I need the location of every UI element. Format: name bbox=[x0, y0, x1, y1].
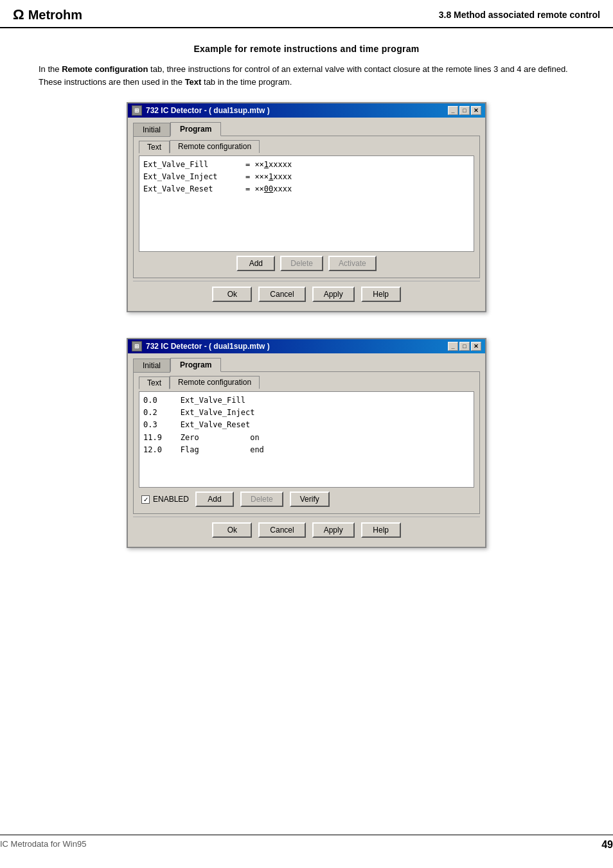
dialog-2-content-pane: 0.0 Ext_Valve_Fill 0.2 Ext_Valve_Inject … bbox=[139, 391, 474, 488]
help-button-2[interactable]: Help bbox=[361, 522, 401, 538]
omega-icon: Ω bbox=[13, 6, 24, 23]
activate-button-1[interactable]: Activate bbox=[328, 256, 377, 271]
maximize-button-2[interactable]: □ bbox=[459, 342, 470, 351]
titlebar-2-left: ⊞ 732 IC Detector - ( dual1sup.mtw ) bbox=[132, 341, 270, 351]
tab-initial-1[interactable]: Initial bbox=[133, 123, 170, 137]
dialog-1: ⊞ 732 IC Detector - ( dual1sup.mtw ) _ □… bbox=[127, 102, 486, 312]
titlebar-1-controls[interactable]: _ □ ✕ bbox=[448, 106, 481, 115]
data-line-1-2: Ext_Valve_Inject = ×××1xxxx bbox=[143, 171, 470, 183]
footer-left: IC Metrodata for Win95 bbox=[0, 839, 86, 851]
dialog-2-mid-buttons[interactable]: ✓ ENABLED Add Delete Verify bbox=[139, 488, 474, 509]
tab-initial-2[interactable]: Initial bbox=[133, 359, 170, 373]
data-line-2-1: 0.0 Ext_Valve_Fill bbox=[143, 394, 470, 407]
dialog-1-content-pane: Ext_Valve_Fill = ××1xxxxx Ext_Valve_Inje… bbox=[139, 155, 474, 252]
ok-button-1[interactable]: Ok bbox=[212, 287, 252, 302]
data-line-1-1: Ext_Valve_Fill = ××1xxxxx bbox=[143, 159, 470, 171]
close-button-2[interactable]: ✕ bbox=[471, 342, 481, 351]
data-line-2-5: 12.0 Flag end bbox=[143, 444, 470, 456]
logo-area: Ω Metrohm bbox=[13, 6, 82, 23]
subtab-remote-config-2[interactable]: Remote configuration bbox=[170, 376, 260, 389]
cancel-button-2[interactable]: Cancel bbox=[258, 522, 305, 538]
delete-button-1[interactable]: Delete bbox=[280, 256, 323, 271]
enabled-checkbox[interactable]: ✓ bbox=[141, 495, 150, 504]
dialog-1-mid-buttons[interactable]: Add Delete Activate bbox=[139, 252, 474, 274]
dialog-1-main-tabs[interactable]: Initial Program bbox=[133, 121, 480, 136]
dialog-2-body: Initial Program Text Remote configuratio… bbox=[128, 353, 485, 547]
data-line-1-3: Ext_Valve_Reset = ××00xxxx bbox=[143, 183, 470, 195]
minimize-button-2[interactable]: _ bbox=[448, 342, 458, 351]
dialog-1-action-buttons[interactable]: Ok Cancel Apply Help bbox=[133, 281, 480, 306]
dialog-2-action-buttons[interactable]: Ok Cancel Apply Help bbox=[133, 517, 480, 542]
logo-name: Metrohm bbox=[28, 8, 82, 22]
section-title: Example for remote instructions and time… bbox=[39, 44, 574, 54]
help-button-1[interactable]: Help bbox=[361, 287, 401, 302]
close-button-1[interactable]: ✕ bbox=[471, 106, 481, 115]
dialog-1-title: 732 IC Detector - ( dual1sup.mtw ) bbox=[146, 106, 270, 115]
dialog-1-titlebar: ⊞ 732 IC Detector - ( dual1sup.mtw ) _ □… bbox=[128, 103, 485, 118]
dialog-1-body: Initial Program Text Remote configuratio… bbox=[128, 118, 485, 311]
verify-button-2[interactable]: Verify bbox=[290, 492, 330, 507]
data-line-2-2: 0.2 Ext_Valve_Inject bbox=[143, 407, 470, 419]
minimize-button-1[interactable]: _ bbox=[448, 106, 458, 115]
apply-button-1[interactable]: Apply bbox=[312, 287, 355, 302]
data-line-2-3: 0.3 Ext_Valve_Reset bbox=[143, 419, 470, 431]
enabled-label: ENABLED bbox=[153, 495, 189, 504]
delete-button-2[interactable]: Delete bbox=[240, 492, 283, 507]
dialog-2-subtabs[interactable]: Text Remote configuration bbox=[139, 376, 474, 389]
dialog-2-titlebar: ⊞ 732 IC Detector - ( dual1sup.mtw ) _ □… bbox=[128, 339, 485, 353]
enabled-checkbox-row[interactable]: ✓ ENABLED bbox=[141, 492, 189, 507]
page-header: Ω Metrohm 3.8 Method associated remote c… bbox=[0, 0, 613, 28]
section-reference: 3.8 Method associated remote control bbox=[439, 10, 600, 20]
add-button-2[interactable]: Add bbox=[195, 492, 234, 507]
body-paragraph: In the Remote configuration tab, three i… bbox=[39, 63, 574, 88]
dialog-2-icon: ⊞ bbox=[132, 341, 142, 351]
apply-button-2[interactable]: Apply bbox=[312, 522, 355, 538]
dialog-1-tab-content: Text Remote configuration Ext_Valve_Fill… bbox=[133, 136, 480, 278]
cancel-button-1[interactable]: Cancel bbox=[258, 287, 305, 302]
subtab-remote-config-1[interactable]: Remote configuration bbox=[170, 140, 260, 153]
footer-page-number: 49 bbox=[601, 839, 613, 851]
dialog-2-tab-content: Text Remote configuration 0.0 Ext_Valve_… bbox=[133, 371, 480, 514]
maximize-button-1[interactable]: □ bbox=[459, 106, 470, 115]
dialog-1-icon: ⊞ bbox=[132, 105, 142, 116]
ok-button-2[interactable]: Ok bbox=[212, 522, 252, 538]
titlebar-2-controls[interactable]: _ □ ✕ bbox=[448, 342, 481, 351]
add-button-1[interactable]: Add bbox=[236, 256, 275, 271]
subtab-text-1[interactable]: Text bbox=[139, 141, 170, 154]
dialog-2-title: 732 IC Detector - ( dual1sup.mtw ) bbox=[146, 342, 270, 351]
dialog-2: ⊞ 732 IC Detector - ( dual1sup.mtw ) _ □… bbox=[127, 338, 486, 548]
tab-program-1[interactable]: Program bbox=[170, 122, 221, 136]
main-content: Example for remote instructions and time… bbox=[0, 28, 613, 857]
dialog-1-subtabs[interactable]: Text Remote configuration bbox=[139, 140, 474, 153]
titlebar-1-left: ⊞ 732 IC Detector - ( dual1sup.mtw ) bbox=[132, 105, 270, 116]
tab-program-2[interactable]: Program bbox=[170, 358, 221, 372]
dialog-2-main-tabs[interactable]: Initial Program bbox=[133, 357, 480, 371]
subtab-text-2[interactable]: Text bbox=[139, 376, 170, 389]
data-line-2-4: 11.9 Zero on bbox=[143, 432, 470, 444]
